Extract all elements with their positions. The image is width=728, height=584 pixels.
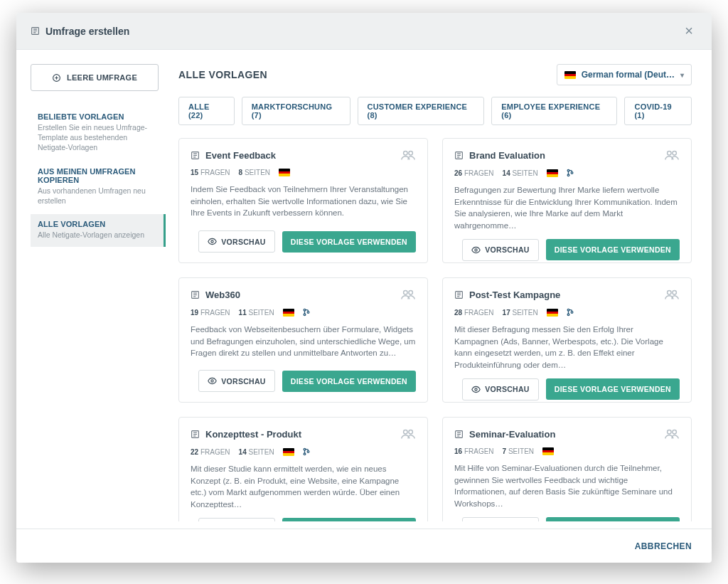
page-count: 7 SEITEN	[503, 447, 534, 455]
page-count: 17 SEITEN	[503, 309, 538, 317]
filter-cx[interactable]: CUSTOMER EXPERIENCE (8)	[358, 97, 485, 125]
svg-point-23	[475, 249, 477, 251]
sidebar-item-popular[interactable]: BELIEBTE VORLAGEN Erstellen Sie ein neue…	[31, 107, 166, 160]
sidebar-item-title: ALLE VORLAGEN	[38, 220, 156, 228]
use-template-button[interactable]: DIESE VORLAGE VERWENDEN	[282, 231, 416, 253]
logic-icon	[567, 169, 574, 177]
language-label: German formal (Deut…	[582, 70, 675, 80]
use-template-button[interactable]: DIESE VORLAGE VERWENDEN	[546, 517, 680, 521]
svg-point-50	[304, 448, 306, 450]
survey-icon	[31, 26, 40, 36]
sidebar-item-all[interactable]: ALLE VORLAGEN Alle Netigate-Vorlagen anz…	[31, 214, 166, 247]
svg-point-19	[673, 152, 677, 156]
page-count: 8 SEITEN	[239, 169, 270, 176]
filter-ex[interactable]: EMPLOYEE EXPERIENCE (6)	[491, 97, 617, 125]
svg-point-13	[211, 240, 213, 243]
flag-de-icon	[564, 71, 576, 79]
create-survey-modal: Umfrage erstellen × LEERE UMFRAGE BELIEB…	[16, 13, 712, 563]
template-card: Seminar-Evaluation16 FRAGEN7 SEITENMit H…	[442, 417, 692, 521]
svg-point-38	[668, 291, 672, 295]
card-description: Feedback von Webseitenbesuchern über For…	[191, 324, 416, 363]
card-description: Indem Sie Feedback von Teilnehmern Ihrer…	[191, 184, 416, 223]
sidebar-item-title: AUS MEINEN UMFRAGEN KOPIEREN	[38, 167, 156, 184]
filter-covid[interactable]: COVID-19 (1)	[624, 97, 692, 125]
svg-point-11	[404, 152, 408, 156]
filter-all[interactable]: ALLE (22)	[178, 97, 235, 125]
survey-icon	[191, 151, 200, 160]
svg-point-39	[673, 291, 677, 295]
cancel-button[interactable]: ABBRECHEN	[635, 541, 692, 551]
language-select[interactable]: German formal (Deut… ▾	[557, 64, 692, 85]
card-title: Seminar-Evaluation	[469, 429, 658, 440]
card-meta: 28 FRAGEN17 SEITEN	[454, 308, 680, 317]
modal-footer: ABBRECHEN	[16, 529, 712, 563]
card-header: Web360	[191, 288, 416, 301]
preview-button[interactable]: VORSCHAU	[462, 378, 539, 400]
survey-icon	[454, 151, 464, 160]
close-button[interactable]: ×	[680, 20, 697, 42]
preview-button[interactable]: VORSCHAU	[198, 230, 275, 253]
card-description: Mit Hilfe von Seminar-Evaluationen durch…	[454, 462, 680, 510]
card-meta: 22 FRAGEN14 SEITEN	[191, 447, 416, 456]
card-title: Web360	[205, 290, 395, 300]
empty-survey-label: LEERE UMFRAGE	[67, 73, 137, 82]
question-count: 28 FRAGEN	[454, 309, 494, 317]
card-description: Befragungen zur Bewertung Ihrer Marke li…	[454, 184, 680, 232]
svg-point-33	[211, 380, 213, 382]
use-template-button[interactable]: DIESE VORLAGE VERWENDEN	[282, 518, 416, 521]
svg-point-18	[668, 152, 672, 156]
card-actions: VORSCHAUDIESE VORLAGE VERWENDEN	[454, 378, 680, 400]
eye-icon	[208, 376, 217, 386]
use-template-button[interactable]: DIESE VORLAGE VERWENDEN	[282, 371, 416, 392]
card-title: Brand Evaluation	[469, 150, 658, 161]
card-meta: 26 FRAGEN14 SEITEN	[454, 169, 680, 177]
question-count: 22 FRAGEN	[191, 448, 230, 456]
card-header: Post-Test Kampagne	[454, 288, 680, 301]
preview-button[interactable]: VORSCHAU	[198, 518, 275, 521]
sidebar: LEERE UMFRAGE BELIEBTE VORLAGEN Erstelle…	[16, 50, 166, 529]
sidebar-item-copy[interactable]: AUS MEINEN UMFRAGEN KOPIEREN Aus vorhand…	[31, 161, 166, 213]
logic-icon	[303, 447, 310, 456]
template-grid: Event Feedback15 FRAGEN8 SEITENIndem Sie…	[178, 138, 692, 521]
preview-button[interactable]: VORSCHAU	[462, 239, 539, 261]
main-panel: ALLE VORLAGEN German formal (Deut… ▾ ALL…	[166, 50, 712, 529]
logic-icon	[567, 308, 574, 317]
page-title: ALLE VORLAGEN	[178, 69, 267, 80]
filter-market-research[interactable]: MARKTFORSCHUNG (7)	[242, 97, 350, 125]
use-template-button[interactable]: DIESE VORLAGE VERWENDEN	[546, 239, 680, 260]
use-template-button[interactable]: DIESE VORLAGE VERWENDEN	[546, 378, 680, 400]
svg-point-59	[673, 430, 677, 435]
template-card: Post-Test Kampagne28 FRAGEN17 SEITENMit …	[442, 277, 692, 403]
svg-point-43	[475, 388, 477, 391]
empty-survey-button[interactable]: LEERE UMFRAGE	[31, 64, 159, 91]
template-card: Web36019 FRAGEN11 SEITENFeedback von Web…	[178, 277, 428, 403]
svg-point-29	[409, 291, 413, 295]
svg-point-58	[668, 430, 672, 435]
flag-de-icon	[547, 309, 558, 317]
audience-icon	[400, 288, 416, 301]
card-actions: VORSCHAUDIESE VORLAGE VERWENDEN	[454, 517, 680, 521]
question-count: 16 FRAGEN	[454, 447, 494, 455]
svg-point-28	[404, 291, 408, 295]
card-title: Post-Test Kampagne	[469, 290, 658, 300]
svg-point-42	[571, 312, 573, 314]
svg-point-52	[307, 451, 309, 453]
chevron-down-icon: ▾	[680, 71, 684, 79]
sidebar-item-desc: Aus vorhandenen Umfragen neu erstellen	[38, 186, 156, 206]
flag-de-icon	[279, 169, 290, 176]
preview-button[interactable]: VORSCHAU	[198, 370, 275, 392]
eye-icon	[208, 237, 217, 246]
card-description: Mit dieser Befragung messen Sie den Erfo…	[454, 324, 680, 371]
audience-icon	[664, 288, 680, 301]
card-title: Konzepttest - Produkt	[205, 429, 395, 440]
svg-point-21	[567, 174, 569, 176]
flag-de-icon	[283, 448, 294, 456]
card-header: Seminar-Evaluation	[454, 428, 680, 440]
card-actions: VORSCHAUDIESE VORLAGE VERWENDEN	[454, 239, 680, 261]
page-count: 11 SEITEN	[239, 309, 274, 317]
template-card: Event Feedback15 FRAGEN8 SEITENIndem Sie…	[178, 138, 428, 263]
preview-button[interactable]: VORSCHAU	[462, 517, 539, 521]
flag-de-icon	[547, 169, 558, 177]
question-count: 26 FRAGEN	[454, 169, 494, 177]
eye-icon	[471, 245, 481, 255]
